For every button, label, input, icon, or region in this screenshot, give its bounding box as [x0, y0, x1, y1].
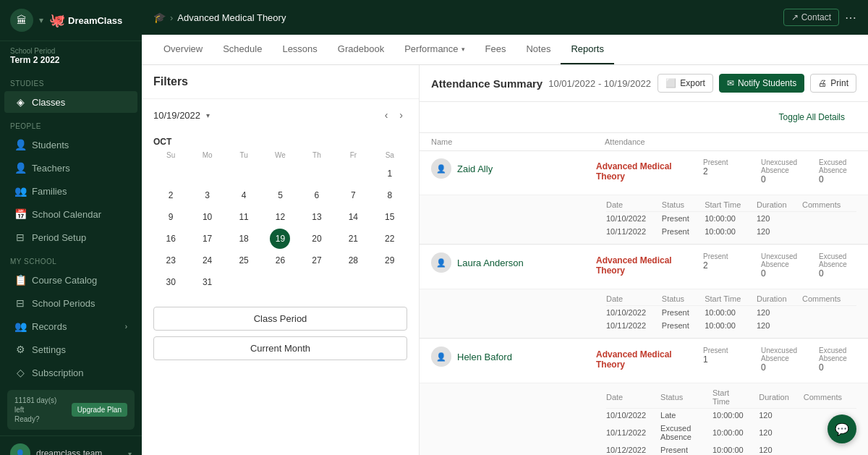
detail-cell: 10/12/2022 — [606, 443, 660, 455]
topbar-actions: ↗ Contact ⋯ — [783, 9, 856, 26]
calendar-day-21[interactable]: 21 — [343, 229, 363, 249]
detail-cell — [802, 319, 856, 332]
stat-col-excused_absence-2: Excused Absence0 — [819, 346, 862, 373]
sidebar-item-families[interactable]: 👥 Families — [4, 180, 137, 202]
student-row-1: 👤Laura AndersonAdvanced Medical TheoryPr… — [420, 245, 868, 289]
calendar-day-13[interactable]: 13 — [307, 207, 327, 227]
sidebar-item-school-periods[interactable]: ⊟ School Periods — [4, 292, 137, 314]
detail-cell: 10/11/2022 — [606, 422, 660, 443]
date-next-button[interactable]: › — [395, 108, 407, 122]
calendar-day-3[interactable]: 3 — [197, 185, 218, 205]
sidebar-item-teachers[interactable]: 👤 Teachers — [4, 157, 137, 179]
calendar-day-4[interactable]: 4 — [234, 185, 254, 205]
calendar-day-24[interactable]: 24 — [197, 250, 218, 271]
sidebar-item-period-setup[interactable]: ⊟ Period Setup — [4, 226, 137, 248]
student-name-1[interactable]: Laura Anderson — [457, 258, 524, 268]
weekday-we: We — [263, 150, 297, 161]
calendar-day-9[interactable]: 9 — [161, 207, 181, 227]
topbar: 🎓 › Advanced Medical Theory ↗ Contact ⋯ — [142, 0, 868, 35]
current-month-button[interactable]: Current Month — [153, 336, 407, 360]
detail-table-1: DateStatusStart TimeDurationComments10/1… — [606, 292, 856, 332]
detail-cell: 120 — [757, 306, 802, 320]
calendar-day-19[interactable]: 19 — [270, 229, 290, 249]
notify-students-button[interactable]: ✉ Notify Students — [719, 74, 804, 93]
school-icon[interactable]: 🏛 — [10, 9, 33, 32]
sidebar-user[interactable]: 👤 dreamclass team ▾ — [0, 435, 142, 455]
tab-lessons[interactable]: Lessons — [272, 35, 327, 64]
calendar-day-22[interactable]: 22 — [380, 229, 400, 249]
records-chevron: › — [125, 323, 127, 331]
calendar-day-31[interactable]: 31 — [197, 272, 218, 292]
detail-cell: 10:00:00 — [712, 443, 759, 455]
calendar-icon: 📅 — [14, 208, 26, 220]
contact-button[interactable]: ↗ Contact — [783, 9, 839, 26]
export-button[interactable]: ⬜ Export — [658, 74, 713, 93]
calendar-day-18[interactable]: 18 — [234, 229, 254, 249]
stat-col-unexcused_absence-2: Unexcused Absence0 — [761, 346, 804, 373]
detail-cell: 10:00:00 — [705, 319, 757, 332]
calendar-day-26[interactable]: 26 — [270, 250, 290, 271]
detail-cell — [804, 443, 856, 455]
calendar-day-16[interactable]: 16 — [161, 229, 181, 249]
sidebar-item-school-calendar[interactable]: 📅 School Calendar — [4, 203, 137, 225]
app-name-text: DreamClass — [68, 15, 122, 26]
dropdown-chevron[interactable]: ▾ — [39, 15, 43, 25]
detail-table-2: DateStatusStart TimeDurationComments10/1… — [606, 386, 856, 455]
calendar-day-30[interactable]: 30 — [161, 272, 181, 292]
date-dropdown-icon[interactable]: ▾ — [206, 111, 210, 119]
calendar-day-17[interactable]: 17 — [197, 229, 218, 249]
calendar-day-20[interactable]: 20 — [307, 229, 327, 249]
tab-schedule[interactable]: Schedule — [213, 35, 272, 64]
student-name-2[interactable]: Helen Baford — [457, 352, 512, 362]
detail-cell: Present — [662, 306, 705, 320]
calendar-day-14[interactable]: 14 — [343, 207, 363, 227]
detail-cell: 120 — [757, 212, 802, 226]
upgrade-plan-button[interactable]: Upgrade Plan — [72, 403, 127, 417]
calendar-day-29[interactable]: 29 — [380, 250, 400, 271]
student-name-0[interactable]: Zaid Ally — [457, 163, 493, 174]
sidebar-item-subscription[interactable]: ◇ Subscription — [4, 362, 137, 383]
calendar-day-1[interactable]: 1 — [380, 163, 400, 184]
class-period-button[interactable]: Class Period — [153, 307, 407, 331]
tab-notes[interactable]: Notes — [516, 35, 561, 64]
tab-performance[interactable]: Performance ▾ — [394, 35, 475, 64]
calendar-day-25[interactable]: 25 — [234, 250, 254, 271]
calendar-day-7[interactable]: 7 — [343, 185, 363, 205]
upgrade-block: 11181 day(s) left Ready? Upgrade Plan — [7, 390, 135, 430]
date-prev-button[interactable]: ‹ — [380, 108, 393, 122]
tab-overview[interactable]: Overview — [153, 35, 213, 64]
calendar-day-empty — [270, 163, 290, 184]
calendar-day-2[interactable]: 2 — [161, 185, 181, 205]
print-button[interactable]: 🖨 Print — [810, 74, 856, 93]
more-button[interactable]: ⋯ — [845, 11, 856, 25]
calendar-day-11[interactable]: 11 — [234, 207, 254, 227]
tab-fees[interactable]: Fees — [475, 35, 516, 64]
toggle-all-details[interactable]: Toggle All Details — [431, 106, 856, 128]
calendar-day-5[interactable]: 5 — [270, 185, 290, 205]
detail-row-0-0: 10/10/2022Present10:00:00120 — [606, 212, 856, 226]
detail-cell: 120 — [759, 409, 804, 422]
calendar-day-23[interactable]: 23 — [161, 250, 181, 271]
calendar-day-6[interactable]: 6 — [307, 185, 327, 205]
chat-button[interactable]: 💬 — [827, 414, 856, 443]
tab-reports[interactable]: Reports — [561, 35, 614, 64]
calendar-day-27[interactable]: 27 — [307, 250, 327, 271]
student-row-2: 👤Helen BafordAdvanced Medical TheoryPres… — [420, 339, 868, 383]
sidebar-item-classes[interactable]: ◈ Classes — [4, 91, 137, 113]
sidebar-item-records[interactable]: 👥 Records › — [4, 315, 137, 337]
calendar-day-8[interactable]: 8 — [380, 185, 400, 205]
sidebar-item-course-catalog[interactable]: 📋 Course Catalog — [4, 269, 137, 291]
detail-header-date: Date — [606, 198, 662, 212]
detail-row-2-1: 10/11/2022Excused Absence10:00:00120 — [606, 422, 856, 443]
att-stats-2: Present1Unexcused Absence0Excused Absenc… — [703, 346, 868, 373]
tab-gradebook[interactable]: Gradebook — [328, 35, 394, 64]
calendar-day-12[interactable]: 12 — [270, 207, 290, 227]
sidebar-item-settings[interactable]: ⚙ Settings — [4, 339, 137, 360]
detail-table-0: DateStatusStart TimeDurationComments10/1… — [606, 198, 856, 238]
calendar-day-10[interactable]: 10 — [197, 207, 218, 227]
calendar-day-15[interactable]: 15 — [380, 207, 400, 227]
report-area: Attendance Summary 10/01/2022 - 10/19/20… — [420, 65, 868, 455]
upgrade-ready: Ready? — [14, 414, 66, 424]
sidebar-item-students[interactable]: 👤 Students — [4, 134, 137, 156]
calendar-day-28[interactable]: 28 — [343, 250, 363, 271]
